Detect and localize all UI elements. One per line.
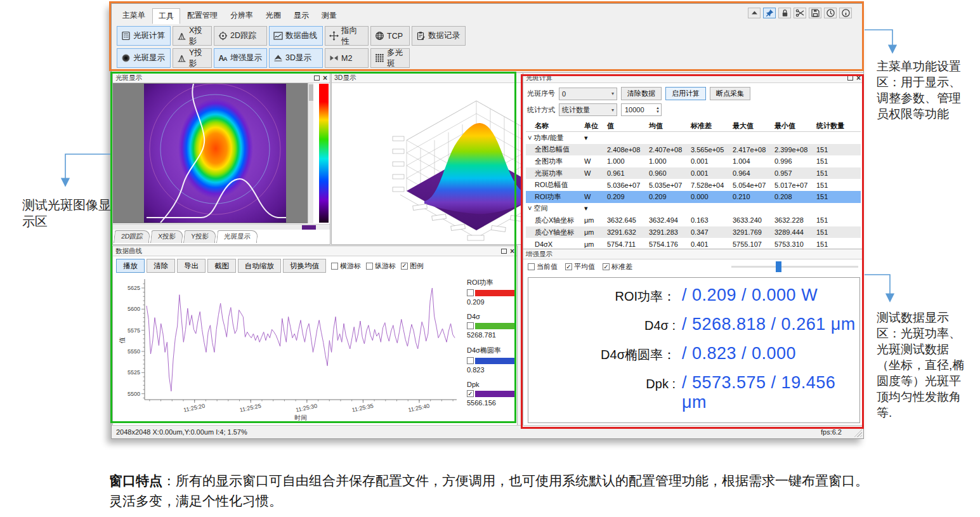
enhanced-checkbox-平均值[interactable]: ✓平均值	[565, 262, 595, 272]
svg-text:11:25:25: 11:25:25	[239, 403, 262, 414]
status-bar: 2048x2048 X:0.00um,Y:0.00um I:4; 1.57% f…	[112, 425, 863, 438]
table-row-ROI功率[interactable]: ROI功率W0.2090.2090.0000.2100.208151	[526, 191, 861, 203]
clock-icon[interactable]	[824, 8, 837, 18]
close-icon[interactable]: ×	[510, 249, 514, 254]
menu-item-3[interactable]: 分辨率	[225, 8, 259, 24]
table-row-全图功率[interactable]: 全图功率W1.0001.0000.0011.0040.996151	[526, 155, 861, 167]
bowtie-icon	[329, 53, 339, 63]
stat-mode-select[interactable]: 统计数量▾	[559, 103, 617, 116]
vertical-scrollbar[interactable]	[308, 83, 313, 223]
checkbox-icon: ✓	[401, 263, 408, 270]
toolbar-button-2D跟踪[interactable]: 2D跟踪	[214, 26, 267, 46]
tab-X投影[interactable]: X投影	[150, 230, 183, 243]
curve-button-播放[interactable]: 播放	[116, 259, 145, 273]
curve-checkbox-图例[interactable]: ✓图例	[401, 261, 424, 271]
toolbar-button-M2[interactable]: M2	[325, 48, 369, 68]
table-row-光斑功率[interactable]: 光斑功率W0.9610.9600.0010.9640.957151	[526, 167, 861, 180]
aa-icon: AA	[218, 53, 228, 63]
save-icon[interactable]	[809, 8, 821, 18]
svg-text:5525: 5525	[127, 369, 140, 376]
spot-seq-select[interactable]: 0▾	[559, 88, 617, 100]
svg-text:11:25:20: 11:25:20	[183, 403, 206, 414]
table-group-功率/能量[interactable]: ˅ 功率/能量▾	[526, 132, 861, 144]
panel-title: 3D显示	[334, 74, 356, 82]
panel-beam-display: 光斑显示 ×	[112, 72, 330, 245]
lock-icon[interactable]	[778, 8, 791, 18]
restore-icon[interactable]	[847, 75, 853, 81]
close-icon[interactable]: ×	[323, 75, 327, 81]
curve-button-导出[interactable]: 导出	[177, 259, 206, 273]
toolbar-button-光斑显示[interactable]: 光斑显示	[117, 48, 171, 68]
restore-icon[interactable]	[314, 75, 320, 81]
toolbar-button-指向性[interactable]: 指向性	[325, 26, 369, 46]
statistics-table: 名称单位值均值标准差最大值最小值统计数量˅ 功率/能量▾全图总幅值2.408e+…	[526, 120, 861, 250]
curve-button-清除[interactable]: 清除	[147, 259, 175, 273]
clear-data-button[interactable]: 清除数据	[621, 87, 662, 100]
svg-text:5575: 5575	[127, 327, 140, 334]
svg-text:值: 值	[119, 337, 126, 344]
horizontal-scrollbar[interactable]	[113, 224, 330, 230]
enhanced-checkbox-标准差[interactable]: ✓标准差	[603, 262, 632, 272]
close-icon[interactable]: ×	[856, 75, 861, 81]
curve-checkbox-横游标[interactable]: 横游标	[331, 261, 361, 271]
legend-item-Dpk: Dpk ✓ 5566.156	[467, 381, 515, 407]
toolbar-button-增强显示[interactable]: AA增强显示	[214, 48, 267, 68]
resize-grip-icon[interactable]	[854, 429, 862, 437]
toolbar-button-数据曲线[interactable]: 数据曲线	[269, 26, 323, 46]
table-group-空间[interactable]: ˅ 空间▾	[526, 203, 861, 215]
menu-item-5[interactable]: 显示	[288, 8, 315, 24]
slider-thumb[interactable]	[776, 261, 781, 272]
toolbar-button-数据记录[interactable]: 数据记录	[412, 26, 466, 46]
stat-mode-label: 统计方式	[527, 105, 555, 115]
toolbar-button-TCP[interactable]: TCP	[370, 26, 410, 46]
svg-text:11:25:30: 11:25:30	[295, 403, 318, 414]
enhanced-checkbox-当前值[interactable]: 当前值	[528, 262, 558, 272]
restore-icon[interactable]	[501, 249, 507, 254]
intensity-colorbar	[319, 84, 329, 223]
table-row-质心Y轴坐标[interactable]: 质心Y轴坐标μm3291.6323291.2830.3473291.769328…	[526, 226, 861, 239]
table-row-ROI总幅值[interactable]: ROI总幅值5.036e+075.035e+077.528e+045.054e+…	[526, 179, 861, 191]
toolbar-button-多光斑[interactable]: 多光斑	[370, 48, 410, 68]
enhanced-line-ROI功率：: ROI功率：/ 0.209 / 0.000 W	[528, 285, 859, 315]
enhanced-values-box: ROI功率：/ 0.209 / 0.000 WD4σ :/ 5268.818 /…	[528, 277, 860, 423]
table-row-全图总幅值[interactable]: 全图总幅值2.408e+082.407e+083.565e+052.417e+0…	[526, 144, 861, 156]
globe-icon	[375, 31, 384, 41]
checkbox-icon: ✓	[565, 263, 572, 270]
toolbar-button-X投影[interactable]: X投影	[173, 26, 212, 46]
checkbox-icon	[331, 263, 338, 270]
scrollbar-thumb[interactable]	[302, 225, 316, 230]
pin-icon[interactable]	[763, 8, 776, 18]
menu-item-6[interactable]: 测量	[316, 8, 343, 24]
tab-Y投影[interactable]: Y投影	[183, 230, 216, 243]
legend-checkbox[interactable]: ✓	[467, 390, 474, 397]
menu-item-2[interactable]: 配置管理	[181, 8, 223, 24]
tab-光斑显示[interactable]: 光斑显示	[216, 230, 258, 243]
table-row-质心X轴坐标[interactable]: 质心X轴坐标μm3632.6453632.4940.1633633.240363…	[526, 214, 861, 226]
menu-item-1[interactable]: 工具	[152, 8, 180, 24]
legend-checkbox[interactable]	[467, 322, 474, 329]
menu-item-0[interactable]: 主菜单	[117, 8, 151, 24]
enable-calc-button[interactable]: 启用计算	[665, 87, 706, 100]
breakpoint-capture-button[interactable]: 断点采集	[710, 87, 750, 100]
scissors-icon[interactable]	[794, 8, 806, 18]
toolbar-button-Y投影[interactable]: Y投影	[173, 48, 212, 68]
enhanced-line-Dpk :: Dpk :/ 5573.575 / 19.456 μm	[528, 373, 859, 402]
peak-icon	[177, 53, 186, 63]
curve-checkbox-纵游标[interactable]: 纵游标	[366, 261, 396, 271]
target-icon	[218, 31, 228, 41]
font-size-slider[interactable]	[731, 266, 858, 268]
toolbar-button-3D显示[interactable]: 3D显示	[269, 48, 323, 68]
toolbar-button-光斑计算[interactable]: 光斑计算	[117, 26, 171, 46]
info-icon[interactable]	[839, 8, 852, 18]
collapse-icon[interactable]	[748, 8, 761, 18]
calculator-icon	[121, 31, 131, 41]
pointing-icon	[329, 31, 339, 41]
curve-button-切换均值[interactable]: 切换均值	[283, 259, 326, 273]
legend-checkbox[interactable]	[467, 357, 474, 364]
curve-button-自动缩放[interactable]: 自动缩放	[238, 259, 281, 273]
menu-item-4[interactable]: 光圈	[260, 8, 287, 24]
stat-count-spinner[interactable]: 10000▲▼	[621, 103, 662, 116]
curve-button-截图[interactable]: 截图	[207, 259, 236, 273]
legend-checkbox[interactable]	[467, 289, 474, 296]
tab-2D跟踪[interactable]: 2D跟踪	[114, 230, 151, 243]
